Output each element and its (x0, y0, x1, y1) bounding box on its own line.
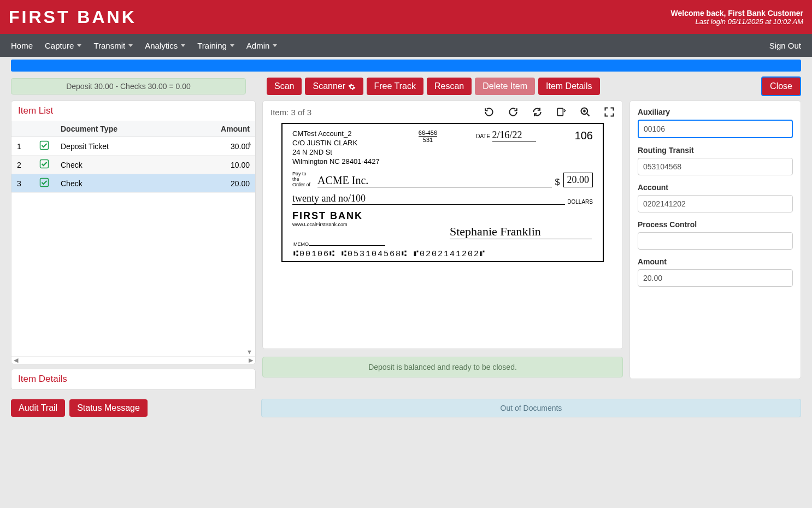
toolbar: Deposit 30.00 - Checks 30.00 = 0.00 Scan… (0, 74, 812, 101)
status-message-button[interactable]: Status Message (69, 399, 148, 417)
bottom-bar: Audit Trail Status Message Out of Docume… (0, 390, 812, 417)
balanced-message: Deposit is balanced and ready to be clos… (262, 357, 623, 377)
notification-bar (11, 60, 801, 72)
gear-icon (348, 83, 356, 91)
col-number (11, 121, 33, 137)
table-row[interactable]: 1 Deposit Ticket 30.00 (11, 137, 255, 156)
image-viewer: Item: 3 of 3 CMTest Account_2 C/O JUSTIN… (262, 101, 623, 349)
account-label: Account (638, 183, 793, 192)
delete-item-button[interactable]: Delete Item (475, 78, 535, 95)
check-payee: ACME Inc. (317, 174, 552, 187)
field-edit-panel: Auxiliary Routing Transit Account Proces… (629, 101, 801, 379)
welcome-text: Welcome back, First Bank Customer (671, 9, 803, 17)
pay-to-label: Pay to the Order of (292, 171, 314, 187)
item-table[interactable]: Document Type Amount 1 Deposit Ticket 30… (11, 121, 255, 193)
caret-down-icon (181, 44, 185, 47)
vertical-scrollbar[interactable]: ▲ ▼ (246, 140, 254, 355)
nav-capture[interactable]: Capture (45, 41, 81, 50)
check-amount-words: twenty and no/100 (292, 193, 565, 205)
auxiliary-label: Auxiliary (638, 108, 793, 116)
caret-down-icon (128, 44, 133, 47)
bank-logo: FIRST BANK (9, 7, 137, 27)
nav-admin[interactable]: Admin (246, 41, 278, 50)
flip-icon[interactable] (556, 107, 567, 117)
viewer-item-count: Item: 3 of 3 (270, 108, 311, 117)
check-icon (39, 178, 49, 187)
balance-badge: Deposit 30.00 - Checks 30.00 = 0.00 (11, 78, 246, 94)
col-amount: Amount (206, 121, 255, 137)
col-status (33, 121, 55, 137)
check-micr: ⑆00106⑆ ⑆053104568⑆ ⑈0202141202⑈ (293, 250, 592, 259)
routing-label: Routing Transit (638, 146, 793, 155)
horizontal-scrollbar[interactable]: ◀ ▶ (11, 356, 255, 364)
last-login-text: Last login 05/11/2025 at 10:02 AM (671, 17, 803, 26)
amount-label: Amount (638, 257, 793, 266)
main-content: Item List Document Type Amount 1 (0, 101, 812, 390)
check-date-block: DATE 2/16/22 (476, 129, 536, 167)
table-row-selected[interactable]: 3 Check 20.00 (11, 174, 255, 193)
amount-input[interactable] (638, 269, 793, 287)
header: FIRST BANK Welcome back, First Bank Cust… (0, 0, 812, 34)
audit-trail-button[interactable]: Audit Trail (11, 399, 65, 417)
fullscreen-icon[interactable] (604, 107, 615, 117)
nav-home[interactable]: Home (11, 41, 33, 50)
caret-down-icon (273, 44, 277, 47)
header-user-info: Welcome back, First Bank Customer Last l… (671, 9, 803, 26)
caret-down-icon (77, 44, 81, 47)
out-of-documents-status: Out of Documents (261, 399, 801, 417)
check-icon (39, 140, 49, 150)
routing-input[interactable] (638, 158, 793, 175)
col-doctype: Document Type (55, 121, 206, 137)
check-image: CMTest Account_2 C/O JUSTIN CLARK 24 N 2… (281, 123, 604, 262)
item-list-title: Item List (11, 101, 255, 121)
svg-rect-3 (557, 108, 563, 115)
table-row[interactable]: 2 Check 10.00 (11, 156, 255, 174)
process-control-input[interactable] (638, 232, 793, 250)
item-details-panel: Item Details (11, 369, 256, 390)
check-signature: Stephanie Franklin (450, 225, 592, 239)
sign-out-link[interactable]: Sign Out (769, 41, 801, 50)
caret-down-icon (230, 44, 234, 47)
item-details-title: Item Details (11, 369, 255, 389)
center-column: Item: 3 of 3 CMTest Account_2 C/O JUSTIN… (262, 101, 623, 390)
check-memo: MEMO (293, 241, 385, 247)
viewer-toolbar (484, 107, 615, 117)
rotate-left-icon[interactable] (484, 107, 495, 117)
item-details-button[interactable]: Item Details (538, 78, 599, 95)
nav-left: Home Capture Transmit Analytics Training… (11, 41, 277, 50)
close-button[interactable]: Close (761, 76, 801, 96)
check-bank-logo: FIRST BANK (292, 210, 593, 222)
nav-analytics[interactable]: Analytics (145, 41, 185, 50)
account-input[interactable] (638, 195, 793, 212)
rotate-right-icon[interactable] (508, 107, 519, 117)
check-number: 106 (575, 129, 593, 167)
scan-button[interactable]: Scan (267, 78, 302, 95)
scanner-button[interactable]: Scanner (305, 78, 363, 95)
process-control-label: Process Control (638, 220, 793, 229)
nav-training[interactable]: Training (197, 41, 234, 50)
check-routing-fraction: 66-456 531 (419, 129, 437, 167)
scroll-up-icon[interactable]: ▲ (246, 140, 254, 146)
navbar: Home Capture Transmit Analytics Training… (0, 34, 812, 57)
auxiliary-input[interactable] (638, 120, 793, 138)
left-column: Item List Document Type Amount 1 (11, 101, 256, 390)
scroll-left-icon[interactable]: ◀ (14, 357, 18, 364)
zoom-icon[interactable] (580, 107, 591, 117)
free-track-button[interactable]: Free Track (367, 78, 423, 95)
check-icon (39, 159, 49, 169)
scroll-right-icon[interactable]: ▶ (249, 357, 253, 364)
item-list-panel: Item List Document Type Amount 1 (11, 101, 256, 364)
rescan-button[interactable]: Rescan (427, 78, 472, 95)
refresh-icon[interactable] (532, 107, 543, 117)
check-address: CMTest Account_2 C/O JUSTIN CLARK 24 N 2… (292, 129, 380, 167)
check-amount-numeric: 20.00 (563, 173, 593, 187)
nav-transmit[interactable]: Transmit (93, 41, 133, 50)
scroll-down-icon[interactable]: ▼ (246, 348, 254, 355)
